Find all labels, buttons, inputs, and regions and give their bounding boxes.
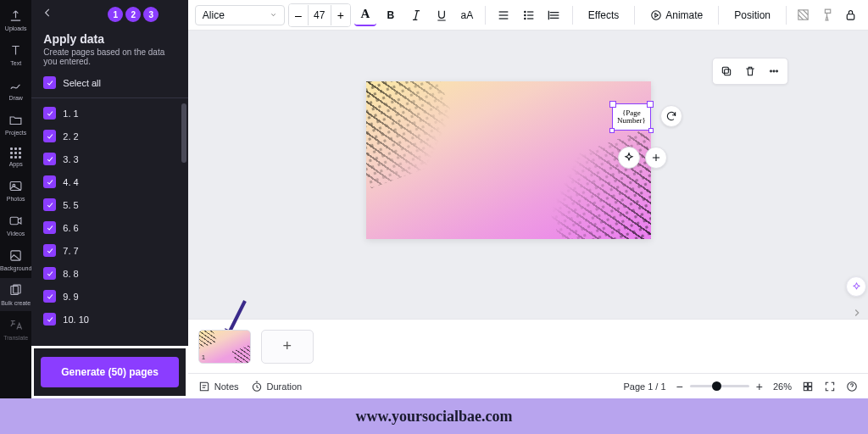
- text-color-button[interactable]: A: [354, 4, 376, 26]
- row-checkbox[interactable]: [43, 313, 56, 326]
- next-page-nav[interactable]: [851, 307, 863, 319]
- page-thumbnail[interactable]: 1: [198, 330, 251, 364]
- increase-size-button[interactable]: +: [331, 4, 350, 26]
- font-size-stepper: – 47 +: [288, 3, 351, 27]
- select-all-checkbox[interactable]: [43, 76, 56, 89]
- list-item[interactable]: 2. 2: [31, 125, 187, 147]
- rail-translate-label: Translate: [3, 335, 28, 341]
- svg-rect-33: [809, 387, 812, 390]
- list-button[interactable]: [518, 4, 540, 26]
- list-item[interactable]: 5. 5: [31, 193, 187, 216]
- text-case-button[interactable]: aA: [456, 4, 478, 26]
- panel-subtitle: Create pages based on the data you enter…: [31, 47, 187, 73]
- canvas[interactable]: {Page Number}: [188, 31, 868, 319]
- list-item[interactable]: 7. 7: [31, 239, 187, 262]
- alignment-button[interactable]: [492, 4, 515, 26]
- position-button[interactable]: Position: [726, 5, 779, 25]
- duration-button[interactable]: Duration: [251, 381, 303, 392]
- transparency-button[interactable]: [792, 4, 814, 26]
- list-item[interactable]: 3. 3: [31, 147, 187, 170]
- rail-background[interactable]: Background: [0, 243, 31, 276]
- font-size-value[interactable]: 47: [308, 5, 331, 25]
- svg-point-26: [771, 70, 772, 72]
- add-element-button[interactable]: [645, 147, 667, 169]
- row-checkbox[interactable]: [43, 130, 56, 142]
- editor-area: Alice – 47 + A B aA Effects Animate: [188, 0, 868, 398]
- zoom-slider[interactable]: [690, 385, 749, 387]
- rail-photos[interactable]: Photos: [0, 174, 31, 207]
- delete-page-button[interactable]: [739, 61, 761, 81]
- magic-recommend-button[interactable]: [618, 147, 640, 169]
- rail-draw-label: Draw: [9, 95, 23, 101]
- effects-button[interactable]: Effects: [580, 5, 627, 25]
- tool-rail: Uploads Text Draw Projects Apps Photos V…: [0, 0, 31, 398]
- list-item[interactable]: 1. 1: [31, 102, 187, 125]
- selected-text-element[interactable]: {Page Number}: [612, 103, 651, 131]
- page-timeline: 1 +: [188, 319, 868, 373]
- animate-button[interactable]: Animate: [642, 5, 711, 25]
- row-checkbox[interactable]: [43, 221, 56, 234]
- more-page-button[interactable]: [763, 61, 785, 81]
- watermark-banner: www.yoursocialbae.com: [0, 398, 868, 434]
- back-button[interactable]: [42, 7, 53, 22]
- select-all-row[interactable]: Select all: [31, 73, 187, 97]
- generate-pages-button[interactable]: Generate (50) pages: [41, 357, 178, 387]
- rail-videos-label: Videos: [7, 231, 25, 236]
- thumbnail-page-number: 1: [202, 353, 205, 361]
- status-bar: Notes Duration Page 1 / 1 − + 26%: [188, 373, 868, 398]
- svg-rect-32: [804, 387, 807, 390]
- row-checkbox[interactable]: [43, 198, 56, 211]
- rail-text[interactable]: Text: [0, 38, 31, 71]
- lock-button[interactable]: [839, 4, 861, 26]
- list-item[interactable]: 6. 6: [31, 216, 187, 239]
- rail-draw[interactable]: Draw: [0, 73, 31, 106]
- scrollbar-thumb[interactable]: [181, 103, 186, 163]
- rotate-handle[interactable]: [660, 105, 682, 127]
- zoom-in-button[interactable]: +: [756, 380, 763, 393]
- zoom-out-button[interactable]: −: [676, 380, 683, 393]
- duplicate-page-button[interactable]: [715, 61, 737, 81]
- design-decoration: [534, 129, 651, 239]
- list-item[interactable]: 4. 4: [31, 170, 187, 193]
- rail-bulk-create[interactable]: Bulk create: [0, 278, 31, 311]
- copy-style-button[interactable]: [815, 4, 837, 26]
- add-page-button[interactable]: +: [261, 330, 314, 364]
- row-checkbox[interactable]: [43, 290, 56, 303]
- help-button[interactable]: [846, 381, 858, 392]
- rail-text-label: Text: [10, 60, 21, 66]
- design-page[interactable]: [366, 81, 651, 239]
- zoom-percent[interactable]: 26%: [773, 381, 792, 392]
- font-family-select[interactable]: Alice: [195, 5, 285, 25]
- rail-photos-label: Photos: [7, 196, 25, 202]
- italic-button[interactable]: [405, 4, 427, 26]
- svg-rect-2: [10, 217, 18, 225]
- rail-projects[interactable]: Projects: [0, 108, 31, 141]
- fullscreen-button[interactable]: [824, 381, 836, 392]
- svg-point-13: [524, 14, 525, 15]
- row-checkbox[interactable]: [43, 107, 56, 120]
- svg-point-28: [776, 70, 778, 72]
- row-checkbox[interactable]: [43, 244, 56, 257]
- bold-button[interactable]: B: [380, 4, 402, 26]
- row-checkbox[interactable]: [43, 175, 56, 188]
- decrease-size-button[interactable]: –: [289, 4, 308, 26]
- svg-point-21: [652, 10, 661, 19]
- notes-button[interactable]: Notes: [198, 381, 239, 392]
- clock-icon: [251, 381, 263, 392]
- text-toolbar: Alice – 47 + A B aA Effects Animate: [188, 0, 868, 31]
- row-checkbox[interactable]: [43, 267, 56, 280]
- design-decoration: [366, 81, 467, 189]
- list-item[interactable]: 10. 10: [31, 308, 187, 331]
- row-checkbox[interactable]: [43, 153, 56, 165]
- grid-view-button[interactable]: [802, 381, 814, 392]
- rail-translate[interactable]: Translate: [0, 313, 31, 346]
- assistant-fab[interactable]: [846, 276, 866, 297]
- rail-videos[interactable]: Videos: [0, 209, 31, 242]
- list-item[interactable]: 9. 9: [31, 285, 187, 308]
- svg-line-8: [415, 10, 417, 19]
- list-item[interactable]: 8. 8: [31, 262, 187, 285]
- spacing-button[interactable]: [543, 4, 565, 26]
- underline-button[interactable]: [431, 4, 453, 26]
- rail-uploads[interactable]: Uploads: [0, 3, 31, 36]
- rail-apps[interactable]: Apps: [0, 142, 31, 172]
